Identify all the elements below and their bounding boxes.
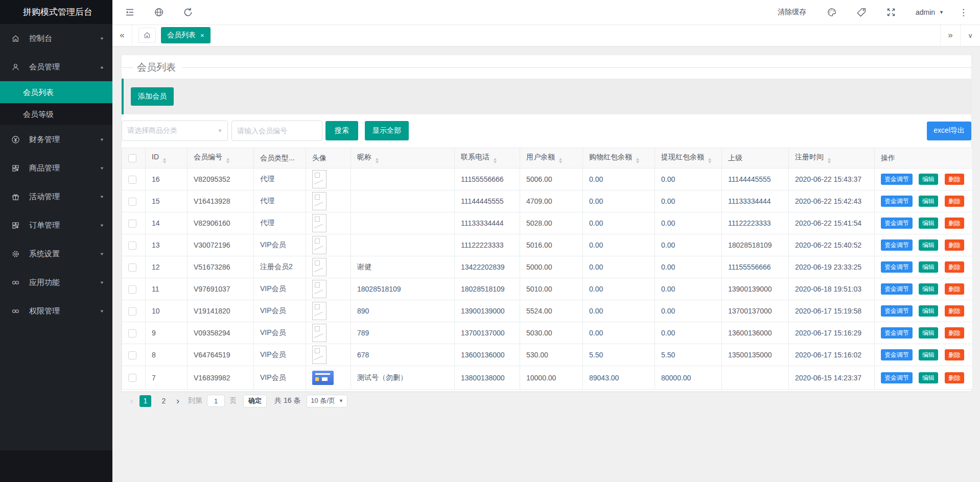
scroll-tabs-right-button[interactable]: »: [940, 25, 960, 46]
row-checkbox[interactable]: [128, 220, 136, 228]
sidebar-item-activity-management[interactable]: 活动管理▼: [0, 182, 112, 211]
jump-confirm-button[interactable]: 确定: [243, 395, 267, 407]
delete-button[interactable]: 删除: [945, 239, 964, 251]
row-checkbox[interactable]: [128, 285, 136, 294]
sidebar-subitem-member-list[interactable]: 会员列表: [0, 81, 112, 103]
edit-button[interactable]: 编辑: [919, 174, 938, 185]
fund-adjust-button[interactable]: 资金调节: [881, 305, 913, 317]
column-header-8[interactable]: 购物红包余额▲▼: [583, 148, 655, 168]
sidebar-item-console[interactable]: 控制台▼: [0, 24, 112, 53]
sidebar-item-system-settings[interactable]: 系统设置▼: [0, 239, 112, 268]
home-tab[interactable]: [138, 28, 156, 43]
page-button-2[interactable]: 2: [158, 395, 170, 407]
edit-button[interactable]: 编辑: [919, 283, 938, 295]
language-globe-icon[interactable]: [154, 7, 164, 17]
theme-palette-icon[interactable]: [827, 7, 837, 17]
row-checkbox[interactable]: [128, 242, 136, 250]
column-header-9[interactable]: 提现红包余额▲▼: [655, 148, 722, 168]
sidebar-item-member-management[interactable]: 会员管理▲: [0, 53, 112, 81]
add-member-button[interactable]: 添加会员: [131, 87, 174, 106]
jump-page-input[interactable]: [207, 395, 225, 407]
sidebar-item-order-management[interactable]: 订单管理▼: [0, 211, 112, 239]
sort-icon[interactable]: ▲▼: [375, 158, 379, 164]
column-header-5[interactable]: 昵称▲▼: [351, 148, 455, 168]
category-select[interactable]: 请选择商品分类 ▼: [122, 120, 228, 141]
sort-icon[interactable]: ▲▼: [162, 158, 167, 164]
fund-adjust-button[interactable]: 资金调节: [881, 239, 913, 251]
column-header-1[interactable]: ID▲▼: [146, 148, 188, 168]
prev-page-button[interactable]: ‹: [130, 396, 133, 406]
delete-button[interactable]: 删除: [945, 174, 964, 185]
row-checkbox[interactable]: [128, 374, 136, 382]
fund-adjust-button[interactable]: 资金调节: [881, 218, 913, 229]
fund-adjust-button[interactable]: 资金调节: [881, 372, 913, 383]
delete-button[interactable]: 删除: [945, 218, 964, 229]
edit-button[interactable]: 编辑: [919, 349, 938, 360]
delete-button[interactable]: 删除: [945, 196, 964, 207]
sidebar-item-permission-management[interactable]: 权限管理▼: [0, 297, 112, 325]
column-header-7[interactable]: 用户余额▲▼: [520, 148, 583, 168]
row-checkbox[interactable]: [128, 263, 136, 272]
row-checkbox[interactable]: [128, 307, 136, 316]
clear-cache-button[interactable]: 清除缓存: [778, 8, 806, 17]
row-checkbox[interactable]: [128, 198, 136, 206]
delete-button[interactable]: 删除: [945, 327, 964, 339]
delete-button[interactable]: 删除: [945, 372, 964, 383]
column-header-11[interactable]: 注册时间▲▼: [789, 148, 875, 168]
page-size-select[interactable]: 10 条/页 ▼: [307, 395, 347, 407]
edit-button[interactable]: 编辑: [919, 218, 938, 229]
checkbox[interactable]: [128, 154, 136, 162]
collapse-menu-icon[interactable]: [125, 7, 135, 17]
edit-button[interactable]: 编辑: [919, 305, 938, 317]
scroll-tabs-left-button[interactable]: «: [112, 25, 132, 46]
sort-icon[interactable]: ▲▼: [558, 158, 563, 164]
fund-adjust-button[interactable]: 资金调节: [881, 196, 913, 207]
fund-adjust-button[interactable]: 资金调节: [881, 327, 913, 339]
search-button[interactable]: 搜索: [325, 121, 358, 140]
edit-button[interactable]: 编辑: [919, 196, 938, 207]
delete-button[interactable]: 删除: [945, 305, 964, 317]
refresh-icon[interactable]: [183, 7, 193, 17]
tabs-menu-button[interactable]: ∨: [960, 25, 980, 46]
fullscreen-icon[interactable]: [886, 7, 896, 17]
sidebar-subitem-member-level[interactable]: 会员等级: [0, 103, 112, 125]
sidebar-item-finance-management[interactable]: 财务管理▼: [0, 125, 112, 154]
sort-icon[interactable]: ▲▼: [827, 158, 831, 164]
show-all-button[interactable]: 显示全部: [365, 121, 409, 140]
sort-icon[interactable]: ▲▼: [636, 158, 640, 164]
tab-member-list[interactable]: 会员列表 ×: [161, 27, 211, 43]
sort-icon[interactable]: ▲▼: [708, 158, 712, 164]
next-page-button[interactable]: ›: [176, 396, 179, 406]
column-header-6[interactable]: 联系电话▲▼: [455, 148, 520, 168]
sort-icon[interactable]: ▲▼: [493, 158, 497, 164]
sidebar-item-app-functions[interactable]: 应用功能▼: [0, 268, 112, 297]
member-no-input[interactable]: [231, 120, 322, 141]
broken-image-icon: [312, 214, 326, 232]
edit-button[interactable]: 编辑: [919, 372, 938, 383]
page-button-1[interactable]: 1: [139, 395, 151, 407]
kebab-menu-icon[interactable]: ⋮: [959, 7, 968, 18]
row-checkbox[interactable]: [128, 329, 136, 338]
edit-button[interactable]: 编辑: [919, 239, 938, 251]
delete-button[interactable]: 删除: [945, 261, 964, 273]
tag-icon[interactable]: [856, 7, 867, 17]
fund-adjust-button[interactable]: 资金调节: [881, 261, 913, 273]
select-all-checkbox[interactable]: [122, 148, 146, 168]
fund-adjust-button[interactable]: 资金调节: [881, 283, 913, 295]
cell-reg_time: 2020-06-22 15:43:37: [789, 168, 875, 190]
row-checkbox[interactable]: [128, 176, 136, 184]
row-checkbox[interactable]: [128, 351, 136, 359]
delete-button[interactable]: 删除: [945, 349, 964, 360]
delete-button[interactable]: 删除: [945, 283, 964, 295]
fund-adjust-button[interactable]: 资金调节: [881, 174, 913, 185]
sidebar-item-goods-management[interactable]: 商品管理▼: [0, 154, 112, 182]
edit-button[interactable]: 编辑: [919, 261, 938, 273]
sort-icon[interactable]: ▲▼: [226, 158, 230, 164]
excel-export-button[interactable]: excel导出: [927, 122, 971, 140]
close-icon[interactable]: ×: [200, 32, 204, 39]
fund-adjust-button[interactable]: 资金调节: [881, 349, 913, 360]
column-header-2[interactable]: 会员编号▲▼: [188, 148, 254, 168]
user-menu[interactable]: admin ▼: [916, 8, 944, 16]
chevron-down-icon: ▼: [939, 10, 944, 15]
edit-button[interactable]: 编辑: [919, 327, 938, 339]
